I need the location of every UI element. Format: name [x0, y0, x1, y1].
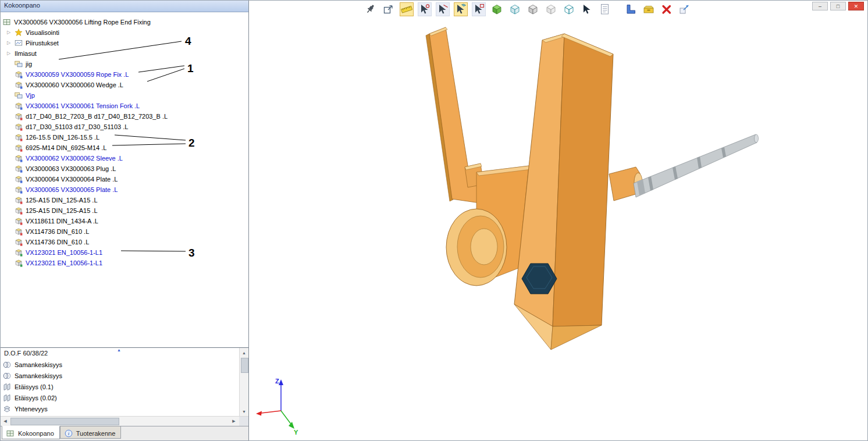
tree-item[interactable]: VX3000065 VX3000065 Plate .L: [1, 184, 248, 195]
part-icon: [15, 165, 24, 173]
tree-item[interactable]: VX118611 DIN_1434-A .L: [1, 216, 248, 226]
tree-item[interactable]: VX3000064 VX3000064 Plate .L: [1, 174, 248, 184]
tree-item[interactable]: VX3000063 VX3000063 Plug .L: [1, 163, 248, 174]
panel-title: Kokoonpano: [4, 2, 40, 9]
vertical-scrollbar[interactable]: ▲ ▼: [239, 348, 248, 416]
scroll-right-button[interactable]: ▶: [229, 417, 239, 426]
select-edge-icon[interactable]: [436, 2, 450, 16]
constraint-item[interactable]: Etäisyys (0.02): [1, 392, 248, 403]
scroll-thumb-horizontal[interactable]: [10, 418, 119, 425]
tree-item[interactable]: ▷Visualisointi: [1, 27, 248, 38]
part-icon: [15, 70, 24, 79]
tab-kokoonpano[interactable]: Kokoonpano: [2, 426, 60, 439]
expand-arrow-icon[interactable]: ▷: [7, 30, 15, 35]
tree-item-label: Visualisointi: [26, 29, 59, 36]
library-drawer-icon[interactable]: [642, 2, 656, 16]
panel-header: Kokoonpano: [1, 1, 248, 12]
tree-item[interactable]: VX3000060 VX3000060 Wedge .L: [1, 80, 248, 90]
constraint-item[interactable]: Yhtenevyys: [1, 403, 248, 414]
scroll-thumb[interactable]: [241, 358, 248, 373]
pin-icon[interactable]: [364, 2, 378, 16]
coincident-constraint-icon: [3, 405, 13, 413]
scroll-up-button[interactable]: ▲: [240, 348, 248, 357]
tree-item[interactable]: jig: [1, 59, 248, 69]
maximize-button[interactable]: □: [830, 2, 846, 10]
tree-item-label: Vjp: [26, 92, 35, 99]
shaded-edges-view-icon[interactable]: [508, 2, 522, 16]
select-part-icon[interactable]: [472, 2, 486, 16]
part-icon: [15, 186, 24, 194]
scroll-left-button[interactable]: ◀: [1, 417, 10, 426]
model-angle-bar[interactable]: [514, 34, 613, 350]
part-icon: [15, 81, 24, 89]
part-din-icon: [15, 238, 24, 246]
model-threaded-rod[interactable]: [634, 134, 759, 197]
tree-item[interactable]: 6925-M14 DIN_6925-M14 .L: [1, 143, 248, 153]
assembly-icon: [6, 429, 16, 438]
tree-item[interactable]: d17_D30_51103 d17_D30_51103 .L: [1, 122, 248, 132]
part-din-icon: [15, 207, 24, 215]
tab-tuoterakenne[interactable]: iTuoterakenne: [60, 426, 121, 439]
tree-item-label: d17_D40_B12_7203_B d17_D40_B12_7203_B .L: [26, 113, 168, 120]
tree-item[interactable]: VX123021 EN_10056-1-L1: [1, 258, 248, 268]
profile-icon: [15, 259, 24, 267]
visual-icon: [15, 29, 24, 37]
export-icon[interactable]: [678, 2, 692, 16]
expand-arrow-icon[interactable]: ▷: [7, 41, 15, 45]
tree-item-label: VX114736 DIN_610 .L: [26, 239, 89, 246]
part-din-icon: [15, 112, 24, 120]
tree-item-label: Piirustukset: [26, 40, 59, 47]
part-list-icon[interactable]: [598, 2, 612, 16]
part-din-icon: [15, 227, 24, 236]
horizontal-scrollbar[interactable]: ◀ ▶: [1, 416, 248, 426]
tree-item[interactable]: VX123021 EN_10056-1-L1: [1, 247, 248, 258]
close-button[interactable]: ✕: [848, 2, 864, 10]
scroll-down-button[interactable]: ▼: [240, 407, 248, 416]
tree-item-label: 6925-M14 DIN_6925-M14 .L: [26, 144, 106, 151]
delete-icon[interactable]: [660, 2, 674, 16]
constraint-item[interactable]: Samankeskisyys: [1, 359, 248, 370]
hidden-lines-view-icon[interactable]: [526, 2, 540, 16]
select-vertex-icon[interactable]: [418, 2, 432, 16]
tree-item[interactable]: d17_D40_B12_7203_B d17_D40_B12_7203_B .L: [1, 111, 248, 122]
viewport-3d[interactable]: Z Y: [250, 1, 868, 441]
splitter-handle[interactable]: ▲: [117, 348, 121, 352]
tree-item[interactable]: VX114736 DIN_610 .L: [1, 226, 248, 237]
profile-tool-icon[interactable]: [624, 2, 638, 16]
tab-label: Kokoonpano: [18, 430, 54, 437]
wireframe-view-icon[interactable]: [562, 2, 576, 16]
zoom-extents-icon[interactable]: [382, 2, 396, 16]
tree-item[interactable]: VX3000061 VX3000061 Tension Fork .L: [1, 101, 248, 111]
constraint-item[interactable]: Samankeskisyys: [1, 370, 248, 381]
tree-item[interactable]: VX114736 DIN_610 .L: [1, 237, 248, 247]
expand-arrow-icon[interactable]: ▷: [7, 51, 15, 56]
tree-item[interactable]: ▷Piirustukset: [1, 38, 248, 48]
shaded-view-icon[interactable]: [490, 2, 504, 16]
tree-item-label: VX3000060 VX3000060 Wedge .L: [26, 81, 123, 88]
part-icon: [15, 154, 24, 162]
app-window: Kokoonpano VX3000056 VX3000056 Lifting R…: [0, 0, 868, 441]
select-face-icon[interactable]: [454, 2, 468, 16]
tree-item[interactable]: 126-15.5 DIN_126-15.5 .L: [1, 132, 248, 143]
tree-item-label: VX3000061 VX3000061 Tension Fork .L: [26, 102, 140, 109]
model-left-plate[interactable]: [426, 27, 483, 203]
select-pointer-icon[interactable]: [580, 2, 594, 16]
tree-item[interactable]: VX3000059 VX3000059 Rope Fix .L: [1, 69, 248, 80]
constraint-item[interactable]: Etäisyys (0.1): [1, 381, 248, 392]
drawing-icon: [15, 39, 24, 47]
tab-label: Tuoterakenne: [76, 430, 115, 437]
constraint-label: Etäisyys (0.02): [15, 394, 57, 401]
tree-item[interactable]: 125-A15 DIN_125-A15 .L: [1, 195, 248, 205]
hidden-removed-view-icon[interactable]: [544, 2, 558, 16]
viewport-toolbar: [364, 2, 696, 16]
tree-item-label: VX123021 EN_10056-1-L1: [26, 249, 102, 256]
tree-item[interactable]: VX3000062 VX3000062 Sleeve .L: [1, 153, 248, 163]
tree-item[interactable]: Vjp: [1, 90, 248, 101]
tree-item[interactable]: 125-A15 DIN_125-A15 .L: [1, 205, 248, 216]
constraint-label: Yhtenevyys: [15, 406, 48, 412]
minimize-button[interactable]: –: [812, 2, 828, 10]
tree-item[interactable]: ▷Ilmiasut: [1, 48, 248, 59]
tree-item[interactable]: VX3000056 VX3000056 Lifting Rope End Fix…: [1, 17, 248, 27]
measure-icon[interactable]: [400, 2, 414, 16]
constraint-label: Etäisyys (0.1): [15, 383, 54, 390]
